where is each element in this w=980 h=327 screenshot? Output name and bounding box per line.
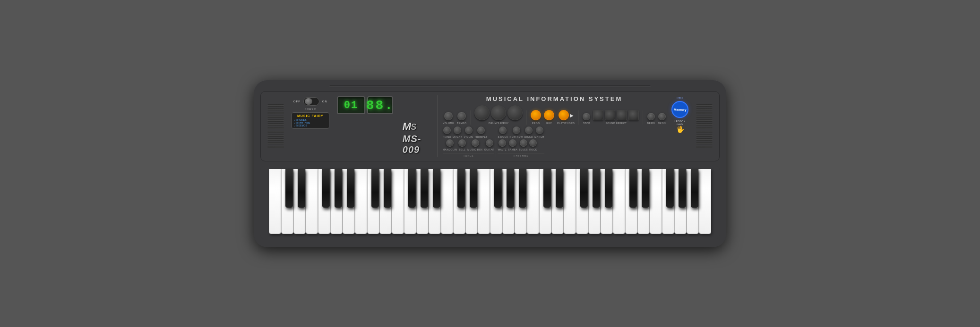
waltz-button[interactable] — [499, 139, 506, 147]
white-key[interactable] — [699, 169, 711, 234]
black-key[interactable] — [384, 169, 391, 208]
black-key[interactable] — [543, 169, 551, 208]
white-key[interactable] — [441, 169, 453, 234]
black-key[interactable] — [666, 169, 674, 208]
black-key[interactable] — [556, 169, 563, 208]
rec-button[interactable] — [544, 110, 554, 120]
violin-button[interactable] — [465, 126, 473, 134]
violin-btn-group: VIOLIN — [464, 126, 473, 138]
black-key[interactable] — [298, 169, 305, 208]
white-key[interactable] — [564, 169, 576, 234]
black-key[interactable] — [507, 169, 514, 208]
waltz-btn-group: WALTZ — [498, 139, 507, 151]
drum-pad-1[interactable] — [474, 105, 490, 120]
drum-pad-2[interactable] — [491, 105, 506, 120]
black-key[interactable] — [433, 169, 440, 208]
guitar-button[interactable] — [486, 139, 493, 147]
black-key[interactable] — [470, 169, 477, 208]
black-key[interactable] — [642, 169, 649, 208]
vent-line — [696, 131, 713, 133]
white-key[interactable] — [613, 169, 625, 234]
piano-button[interactable] — [443, 126, 451, 134]
white-key[interactable] — [306, 169, 318, 234]
display-section: 01 88. — [335, 95, 395, 157]
trumpet-button[interactable] — [477, 126, 485, 134]
bell-btn-group: BELL — [458, 139, 466, 151]
musicbox-button[interactable] — [472, 139, 479, 147]
black-key[interactable] — [421, 169, 428, 208]
blues-button[interactable] — [520, 139, 527, 147]
mandolin-btn-group: MANDOLIN — [443, 139, 457, 151]
tones-buttons-row1: PIANO ORGAN VIOLIN TRUMPET — [443, 126, 495, 138]
black-key[interactable] — [335, 169, 342, 208]
mandolin-button[interactable] — [446, 139, 454, 147]
black-key[interactable] — [580, 169, 588, 208]
tones-row: PIANO ORGAN VIOLIN TRUMPET — [443, 126, 666, 157]
black-key[interactable] — [629, 169, 637, 208]
white-key[interactable] — [392, 169, 404, 234]
black-key[interactable] — [494, 169, 502, 208]
volume-button[interactable] — [444, 112, 453, 120]
disco-button[interactable] — [525, 126, 533, 134]
blues-btn-group: BLUES — [519, 139, 528, 151]
vent-line — [267, 104, 284, 107]
white-key[interactable] — [527, 169, 539, 234]
samba-button[interactable] — [509, 139, 516, 147]
divider-small3 — [578, 110, 579, 125]
white-key[interactable] — [650, 169, 662, 234]
se-btn-2[interactable] — [605, 110, 615, 120]
white-key[interactable] — [355, 169, 367, 234]
black-key[interactable] — [691, 169, 698, 208]
keyboard-body: OFF ON POWER MUSIC FAIRY 8 TONES 8 RHYTH… — [254, 80, 726, 247]
keyboard-area — [260, 166, 720, 239]
black-key[interactable] — [285, 169, 293, 208]
black-key[interactable] — [347, 169, 354, 208]
demo-button[interactable] — [647, 113, 655, 120]
march-button[interactable] — [536, 126, 543, 134]
black-key[interactable] — [605, 169, 612, 208]
srock-button[interactable] — [499, 126, 507, 134]
black-key[interactable] — [371, 169, 379, 208]
right-section: Rec+ Memory LESSON mode 🖐 — [670, 95, 690, 157]
power-sub-label: POWER — [305, 108, 316, 110]
tones-buttons-row2: MANDOLIN BELL MUSIC BOX GUITAR — [443, 139, 495, 151]
rhythms-group: S ROCK NEW NEW DISCO MARCH — [498, 126, 544, 157]
vent-line — [267, 142, 284, 144]
black-key[interactable] — [679, 169, 686, 208]
black-key[interactable] — [408, 169, 416, 208]
black-key[interactable] — [457, 169, 465, 208]
bell-button[interactable] — [458, 139, 466, 147]
white-key[interactable] — [269, 169, 281, 234]
feature-demos: 5 DEMOS — [294, 124, 327, 127]
prog-button[interactable] — [531, 110, 541, 120]
stop-button[interactable] — [583, 113, 590, 120]
vent-line — [696, 104, 713, 107]
power-switch[interactable] — [303, 97, 319, 106]
se-btn-4[interactable] — [628, 110, 639, 120]
organ-button[interactable] — [454, 126, 461, 134]
newnew-button[interactable] — [513, 126, 520, 134]
memory-text: Memory — [674, 108, 687, 111]
memory-badge[interactable]: Memory — [671, 101, 688, 118]
play-chord-button[interactable] — [559, 110, 569, 120]
vent-line — [267, 116, 284, 118]
model-section: MS MS-009 — [399, 95, 433, 157]
tempo-group: TEMPO — [457, 112, 466, 125]
drum-pad-3[interactable] — [507, 105, 523, 120]
black-key[interactable] — [593, 169, 600, 208]
vent-line — [696, 146, 713, 148]
okon-button[interactable] — [658, 113, 666, 120]
vent-line — [267, 123, 284, 126]
violin-label: VIOLIN — [464, 135, 473, 138]
se-btn-1[interactable] — [593, 110, 603, 120]
black-key[interactable] — [322, 169, 330, 208]
main-controls: MUSICAL INFORMATION SYSTEM VOLUME TEMPO — [443, 95, 666, 157]
white-key[interactable] — [478, 169, 490, 234]
vent-line — [696, 116, 713, 118]
drum-section: DRUM/S.E/RHY — [474, 105, 523, 125]
se-btn-3[interactable] — [617, 110, 627, 120]
okon-label: OKON — [658, 122, 666, 125]
rock-button[interactable] — [529, 139, 537, 147]
tempo-button[interactable] — [457, 112, 466, 120]
black-key[interactable] — [519, 169, 526, 208]
